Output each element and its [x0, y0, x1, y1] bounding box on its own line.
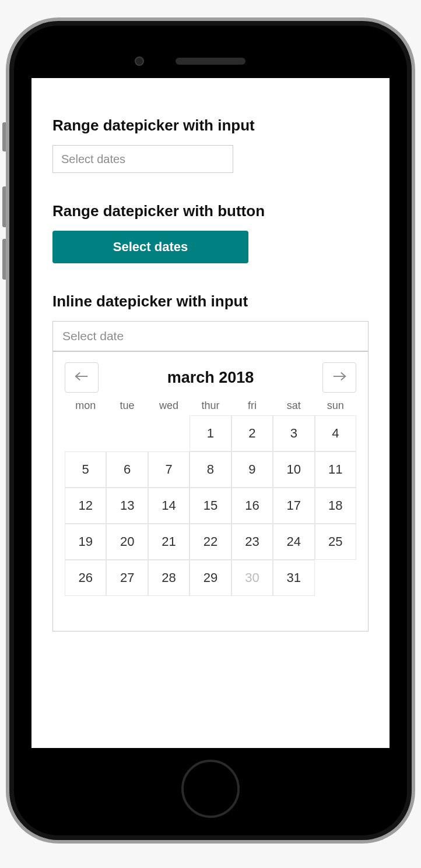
- day-cell[interactable]: 21: [148, 524, 190, 560]
- weekday-label: thur: [190, 400, 231, 412]
- range-dates-input[interactable]: [52, 145, 233, 173]
- weekday-label: fri: [231, 400, 273, 412]
- day-cell[interactable]: 22: [190, 524, 231, 560]
- day-cell[interactable]: 7: [148, 451, 190, 488]
- day-cell[interactable]: 13: [106, 488, 148, 524]
- arrow-left-icon: [73, 371, 90, 384]
- day-cell[interactable]: 25: [315, 524, 356, 560]
- day-cell[interactable]: 1: [190, 415, 231, 451]
- next-month-button[interactable]: [322, 362, 356, 393]
- day-empty: [148, 415, 190, 451]
- phone-side-button: [2, 122, 6, 151]
- screen: Range datepicker with input Range datepi…: [31, 78, 390, 748]
- day-cell[interactable]: 17: [273, 488, 314, 524]
- day-cell[interactable]: 19: [65, 524, 106, 560]
- day-cell[interactable]: 9: [231, 451, 273, 488]
- day-cell[interactable]: 29: [190, 560, 231, 596]
- range-input-heading: Range datepicker with input: [52, 117, 369, 135]
- weekday-label: sat: [273, 400, 314, 412]
- inline-section: Inline datepicker with input march 20: [52, 292, 369, 631]
- day-cell[interactable]: 4: [315, 415, 356, 451]
- phone-home-button: [181, 760, 240, 818]
- day-cell[interactable]: 28: [148, 560, 190, 596]
- day-cell[interactable]: 15: [190, 488, 231, 524]
- days-grid: 1234567891011121314151617181920212223242…: [65, 415, 356, 596]
- weekday-label: mon: [65, 400, 106, 412]
- phone-frame: Range datepicker with input Range datepi…: [6, 17, 415, 844]
- arrow-right-icon: [331, 371, 348, 384]
- select-dates-button[interactable]: Select dates: [52, 231, 248, 263]
- day-cell[interactable]: 8: [190, 451, 231, 488]
- weekday-label: sun: [315, 400, 356, 412]
- day-cell[interactable]: 20: [106, 524, 148, 560]
- day-cell[interactable]: 24: [273, 524, 314, 560]
- day-cell[interactable]: 30: [231, 560, 273, 596]
- day-cell[interactable]: 6: [106, 451, 148, 488]
- calendar: march 2018 montuewedthurfrisatsun 123456…: [53, 352, 368, 631]
- day-cell[interactable]: 31: [273, 560, 314, 596]
- day-cell[interactable]: 3: [273, 415, 314, 451]
- phone-side-button: [2, 239, 6, 280]
- day-cell[interactable]: 16: [231, 488, 273, 524]
- phone-side-button: [2, 186, 6, 227]
- inline-heading: Inline datepicker with input: [52, 292, 369, 310]
- day-cell[interactable]: 18: [315, 488, 356, 524]
- range-button-section: Range datepicker with button Select date…: [52, 202, 369, 263]
- day-cell[interactable]: 10: [273, 451, 314, 488]
- weekday-label: tue: [106, 400, 148, 412]
- day-cell[interactable]: 5: [65, 451, 106, 488]
- weekday-label: wed: [148, 400, 190, 412]
- phone-speaker: [176, 58, 245, 65]
- calendar-header: march 2018: [65, 362, 356, 393]
- day-empty: [65, 415, 106, 451]
- day-empty: [106, 415, 148, 451]
- day-cell[interactable]: 2: [231, 415, 273, 451]
- range-input-section: Range datepicker with input: [52, 117, 369, 173]
- day-cell[interactable]: 23: [231, 524, 273, 560]
- range-button-heading: Range datepicker with button: [52, 202, 369, 220]
- day-cell[interactable]: 12: [65, 488, 106, 524]
- day-cell[interactable]: 11: [315, 451, 356, 488]
- day-cell[interactable]: 27: [106, 560, 148, 596]
- day-cell[interactable]: 26: [65, 560, 106, 596]
- prev-month-button[interactable]: [65, 362, 99, 393]
- inline-date-input[interactable]: [53, 322, 368, 352]
- day-cell[interactable]: 14: [148, 488, 190, 524]
- weekday-row: montuewedthurfrisatsun: [65, 400, 356, 412]
- phone-camera: [135, 57, 144, 66]
- calendar-title: march 2018: [167, 369, 254, 387]
- inline-datepicker: march 2018 montuewedthurfrisatsun 123456…: [52, 321, 369, 631]
